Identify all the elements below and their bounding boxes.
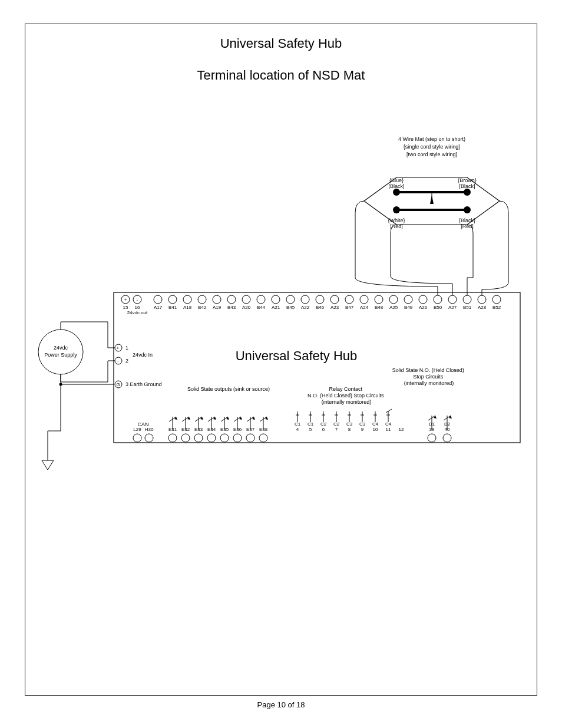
svg-text:A25: A25 (389, 305, 398, 310)
svg-point-68 (59, 383, 62, 386)
svg-point-79 (133, 434, 141, 442)
svg-text:B45: B45 (286, 305, 295, 310)
svg-text:2: 2 (125, 358, 128, 364)
svg-point-35 (286, 295, 295, 304)
svg-text:A18: A18 (183, 305, 192, 310)
svg-text:A27: A27 (448, 305, 457, 310)
svg-point-95 (246, 434, 254, 442)
svg-text:3 Earth Ground: 3 Earth Ground (125, 381, 162, 387)
svg-text:C1: C1 (308, 421, 314, 427)
svg-text:B43: B43 (227, 305, 236, 310)
page-footer: Page 10 of 18 (0, 700, 562, 709)
svg-text:{Black}[Red]: {Black}[Red] (459, 218, 475, 229)
svg-point-93 (233, 434, 242, 442)
svg-point-57 (448, 295, 457, 304)
svg-point-29 (242, 295, 250, 304)
svg-text:B41: B41 (168, 305, 177, 310)
svg-point-37 (301, 295, 309, 304)
svg-text:12: 12 (399, 427, 404, 432)
svg-point-83 (168, 434, 177, 442)
svg-text:C1: C1 (295, 421, 301, 427)
svg-text:B42: B42 (198, 305, 207, 310)
svg-point-19 (168, 295, 177, 304)
svg-text:L29: L29 (133, 427, 141, 432)
diagram-sheet: Universal Safety Hub Terminal location o… (25, 24, 537, 696)
svg-point-59 (463, 295, 471, 304)
svg-line-132 (386, 409, 392, 413)
mat-header-1: {single cord style wiring} (404, 144, 461, 150)
svg-text:C4: C4 (385, 421, 392, 427)
svg-point-51 (404, 295, 412, 304)
svg-point-85 (181, 434, 190, 442)
svg-text:A22: A22 (301, 305, 310, 310)
svg-text:B48: B48 (375, 305, 384, 310)
svg-text:Power Supply: Power Supply (44, 352, 77, 358)
svg-text:9: 9 (361, 427, 364, 432)
wiring-diagram: 4 Wire Mat (step on to short) {single co… (25, 24, 538, 696)
svg-point-2 (464, 189, 471, 196)
svg-text:{Brown}[Black]: {Brown}[Black] (458, 177, 477, 189)
svg-point-97 (259, 434, 267, 442)
svg-text:A20: A20 (242, 305, 251, 310)
svg-point-17 (154, 295, 162, 304)
svg-text:6: 6 (322, 427, 325, 432)
svg-point-63 (492, 295, 501, 304)
svg-text:10: 10 (373, 427, 378, 432)
svg-point-21 (183, 295, 191, 304)
svg-point-25 (213, 295, 221, 304)
svg-text:C2: C2 (320, 421, 327, 427)
svg-text:24vdc In: 24vdc In (133, 352, 153, 358)
bottom-terminal-row: L29H30E31E32E33E34E35E36E37E38C14C15C26C… (133, 409, 452, 442)
label-ssno: Solid State N.O. (Held Closed) Stop Circ… (392, 367, 466, 386)
svg-text:5: 5 (309, 427, 312, 432)
svg-point-133 (428, 434, 436, 442)
svg-text:B46: B46 (316, 305, 325, 310)
svg-point-1 (393, 189, 400, 196)
svg-text:G: G (117, 382, 120, 387)
svg-point-43 (345, 295, 353, 304)
svg-point-55 (434, 295, 442, 304)
svg-text:B47: B47 (345, 305, 354, 310)
svg-text:B51: B51 (463, 305, 472, 310)
svg-point-39 (316, 295, 324, 304)
hub-center-label: Universal Safety Hub (236, 348, 358, 363)
svg-text:B49: B49 (404, 305, 413, 310)
svg-text:24vdc: 24vdc (54, 345, 68, 351)
svg-text:{Blue}[Black]: {Blue}[Black] (388, 177, 404, 189)
power-supply-block: 24vdc Power Supply + - G 1 2 24vdc In (38, 322, 162, 470)
svg-point-91 (220, 434, 229, 442)
mat-header-0: 4 Wire Mat (step on to short) (398, 136, 465, 142)
mat-header-2: [two cord style wiring] (406, 151, 457, 157)
svg-text:15: 15 (123, 305, 128, 310)
svg-text:4: 4 (296, 427, 299, 432)
svg-text:7: 7 (335, 427, 338, 432)
svg-point-31 (257, 295, 265, 304)
svg-text:A24: A24 (360, 305, 369, 310)
mat-block: 4 Wire Mat (step on to short) {single co… (355, 136, 508, 295)
label-sso: Solid State outputs (sink or source) (187, 386, 270, 392)
label-24vdc-out: 24vdc out (127, 310, 148, 315)
top-terminal-row: +-1516A17B41A18B42A19B43A20B44A21B45A22B… (121, 295, 501, 310)
svg-point-4 (393, 206, 400, 213)
svg-text:C4: C4 (372, 421, 379, 427)
label-can: CAN (137, 421, 148, 427)
svg-text:A23: A23 (330, 305, 339, 310)
label-relay: Relay Contact N.O. (Held Closed) Stop Ci… (308, 386, 385, 405)
svg-text:A19: A19 (213, 305, 222, 310)
svg-text:16: 16 (135, 305, 140, 310)
svg-text:C2: C2 (333, 421, 340, 427)
svg-text:B44: B44 (257, 305, 266, 310)
svg-text:C3: C3 (346, 421, 353, 427)
svg-text:A21: A21 (272, 305, 280, 310)
svg-point-23 (198, 295, 206, 304)
svg-text:{White}[Red]: {White}[Red] (388, 218, 405, 229)
svg-point-33 (272, 295, 280, 304)
svg-point-27 (227, 295, 236, 304)
svg-text:B50: B50 (434, 305, 442, 310)
svg-point-81 (145, 434, 153, 442)
svg-text:A26: A26 (419, 305, 428, 310)
svg-point-5 (464, 206, 471, 213)
svg-point-49 (389, 295, 398, 304)
svg-point-136 (443, 434, 451, 442)
svg-text:-: - (137, 297, 138, 302)
